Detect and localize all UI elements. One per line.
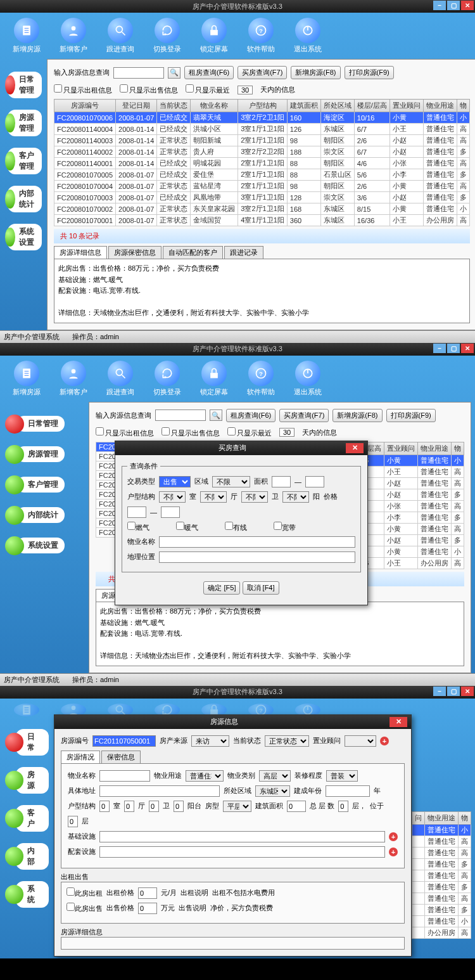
usage-select[interactable]: 普通住宅: [186, 770, 224, 782]
new-property-button[interactable]: 新增房源: [13, 361, 41, 397]
new-customer-button[interactable]: 新增客户: [60, 361, 87, 397]
new-customer-button[interactable]: 新增客户: [60, 18, 87, 54]
new-property-button[interactable]: 新增房源: [13, 18, 41, 54]
lock-screen-button[interactable]: 锁定屏幕: [200, 361, 228, 397]
col-header[interactable]: 楼层/层高: [354, 100, 390, 112]
filter-recent[interactable]: 只显示最近: [186, 84, 230, 95]
search-icon[interactable]: 🔍: [168, 67, 180, 79]
table-row[interactable]: 普通住宅多: [412, 858, 471, 870]
table-row[interactable]: FC2008011400032008-01-14正常状态朝阳新城2室1厅1卫1阳…: [54, 135, 470, 146]
customer-mgmt-button[interactable]: 客户: [5, 805, 49, 832]
col-header[interactable]: 当前状态: [157, 100, 191, 112]
table-row[interactable]: FC2008010700052008-01-07已经成交爱住堡2室1厅1卫1阳8…: [54, 169, 470, 181]
modal-ok-button[interactable]: 确定 [F5]: [203, 581, 240, 595]
minimize-button[interactable]: –: [433, 687, 446, 696]
modal-close-button[interactable]: ✕: [390, 717, 407, 727]
system-settings-button[interactable]: 系统设置: [5, 224, 42, 250]
status-select[interactable]: 正常状态: [265, 735, 309, 747]
price-min-input[interactable]: [127, 506, 146, 518]
advisor-select[interactable]: [345, 735, 376, 747]
lock-screen-button[interactable]: 锁定屏幕: [200, 18, 228, 54]
track-query-button[interactable]: 跟进查询: [106, 704, 134, 711]
table-row[interactable]: FC2008010700062008-01-07已经成交翡翠天域3室2厅2卫1阳…: [54, 112, 470, 124]
tab-secret-info[interactable]: 保密信息: [101, 751, 141, 763]
col-header[interactable]: 物业用途: [423, 100, 457, 112]
print-property-button[interactable]: 打印房源(F9): [345, 66, 394, 79]
daily-mgmt-button[interactable]: 日常管理: [5, 72, 42, 98]
table-row[interactable]: FC2008010700042008-01-07正常状态蓝钻星湾2室1厅1卫1阳…: [54, 181, 470, 192]
help-button[interactable]: ?软件帮助: [247, 704, 275, 711]
code-input[interactable]: [92, 735, 156, 747]
category-select[interactable]: 高层: [259, 770, 291, 782]
switch-login-button[interactable]: 切换登录: [153, 361, 181, 397]
add-advisor-icon[interactable]: +: [380, 737, 389, 745]
table-row[interactable]: FC2008010700022008-01-07正常状态东关皇家花园3室2厅1卫…: [54, 203, 470, 215]
add-matching-icon[interactable]: +: [389, 848, 398, 856]
table-row[interactable]: FC2008011400022008-01-14正常状态贵人府3室2厅2卫2阳1…: [54, 146, 470, 158]
close-button[interactable]: ✕: [461, 1, 474, 10]
close-button[interactable]: ✕: [461, 344, 474, 353]
buy-query-button[interactable]: 买房查询(F7): [238, 66, 287, 79]
track-query-button[interactable]: 跟进查询: [106, 361, 134, 397]
detail-tab[interactable]: 房源保密信息: [108, 246, 162, 259]
floors-input[interactable]: [338, 801, 348, 812]
area-max-input[interactable]: [305, 476, 324, 487]
internal-stats-button[interactable]: 内部统计: [5, 186, 42, 212]
region-select[interactable]: 不限: [212, 476, 250, 487]
detail-tab[interactable]: 跟进记录: [224, 246, 263, 259]
new-property-button[interactable]: 新增房源(F8): [291, 66, 340, 79]
price-max-input[interactable]: [161, 506, 180, 518]
matching-input[interactable]: [99, 846, 385, 858]
col-header[interactable]: 登记日期: [116, 100, 157, 112]
table-row[interactable]: 普通住宅高: [412, 870, 471, 881]
table-row[interactable]: FC2008010700012008-01-07正常状态金域国贸4室1厅1卫1阳…: [54, 215, 470, 226]
maximize-button[interactable]: ▢: [447, 1, 460, 10]
exit-button[interactable]: 退出系统: [294, 18, 322, 54]
new-property-button[interactable]: 新增房源: [13, 704, 41, 711]
filter-rent-only[interactable]: 只显示出租信息: [54, 84, 112, 95]
col-header[interactable]: 置业顾问: [390, 100, 423, 112]
table-row[interactable]: 普通住宅高: [412, 893, 471, 904]
hall-select[interactable]: 不限: [200, 491, 227, 503]
modal-close-button[interactable]: ✕: [346, 443, 364, 453]
col-header[interactable]: 物业名称: [191, 100, 238, 112]
table-row[interactable]: 普通住宅高: [412, 847, 471, 858]
minimize-button[interactable]: –: [433, 344, 446, 353]
col-header[interactable]: 置业顾问: [384, 442, 418, 455]
track-query-button[interactable]: 跟进查询: [106, 18, 134, 54]
maximize-button[interactable]: ▢: [447, 687, 460, 696]
lock-screen-button[interactable]: 锁定屏幕: [200, 704, 228, 711]
buy-query-button[interactable]: 买房查询(F7): [279, 409, 329, 422]
days-input[interactable]: 30: [238, 86, 253, 94]
new-customer-button[interactable]: 新增客户: [60, 704, 87, 711]
customer-mgmt-button[interactable]: 客户管理: [5, 148, 42, 174]
search-input[interactable]: [155, 409, 206, 421]
col-header[interactable]: 户型结构: [238, 100, 287, 112]
area-min-input[interactable]: [272, 476, 291, 487]
table-row[interactable]: 普通住宅小: [412, 915, 471, 927]
switch-login-button[interactable]: 切换登录: [153, 18, 181, 54]
bath-input[interactable]: [149, 801, 159, 812]
gas-check[interactable]: 燃气: [127, 522, 149, 532]
broadband-check[interactable]: 宽带: [274, 522, 296, 532]
tab-property-info[interactable]: 房源情况: [61, 751, 100, 763]
bath-select[interactable]: 不限: [241, 491, 268, 503]
year-input[interactable]: [326, 785, 370, 797]
infra-input[interactable]: [99, 831, 385, 842]
property-mgmt-button[interactable]: 房源管理: [5, 445, 84, 464]
hall-input[interactable]: [124, 801, 134, 812]
customer-mgmt-button[interactable]: 客户管理: [5, 475, 84, 494]
internal-stats-button[interactable]: 内部统计: [5, 506, 84, 525]
deal-type-select[interactable]: 出售: [159, 476, 191, 487]
room-input[interactable]: [99, 801, 110, 812]
property-name-input[interactable]: [159, 536, 355, 548]
minimize-button[interactable]: –: [433, 1, 446, 10]
balcony-input[interactable]: [174, 801, 184, 812]
district-select[interactable]: 东城区: [255, 785, 290, 797]
table-row[interactable]: 普通住宅多: [412, 881, 471, 893]
sale-price-input[interactable]: [138, 903, 157, 914]
print-property-button[interactable]: 打印房源(F9): [386, 409, 436, 422]
col-header[interactable]: 物: [457, 100, 469, 112]
rent-query-button[interactable]: 租房查询(F6): [184, 66, 234, 79]
exit-button[interactable]: 退出系统: [294, 704, 322, 711]
